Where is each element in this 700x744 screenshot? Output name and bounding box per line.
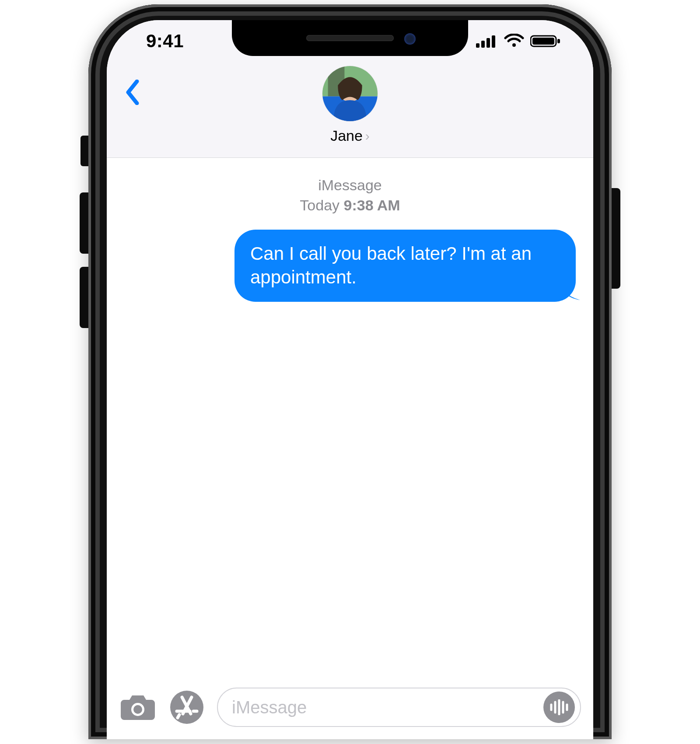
svg-rect-0 bbox=[476, 43, 480, 48]
svg-rect-6 bbox=[557, 39, 560, 43]
service-label: iMessage bbox=[124, 175, 576, 196]
screen: 9:41 bbox=[107, 20, 593, 739]
back-button[interactable] bbox=[119, 75, 145, 110]
cellular-icon bbox=[476, 35, 498, 48]
contact-avatar[interactable] bbox=[322, 66, 378, 121]
bubble-tail-icon bbox=[563, 283, 580, 300]
compose-bar bbox=[107, 677, 593, 739]
time-label: 9:38 AM bbox=[344, 197, 400, 213]
contact-name-label: Jane bbox=[330, 127, 363, 144]
battery-icon bbox=[530, 35, 561, 48]
mute-switch[interactable] bbox=[80, 136, 88, 166]
thread-timestamp: iMessage Today 9:38 AM bbox=[124, 175, 576, 216]
day-label: Today bbox=[300, 197, 343, 213]
svg-point-12 bbox=[133, 705, 142, 714]
svg-line-18 bbox=[178, 715, 179, 718]
front-sensor bbox=[404, 33, 416, 45]
chevron-left-icon bbox=[125, 80, 140, 105]
message-thread[interactable]: iMessage Today 9:38 AM Can I call you ba… bbox=[107, 158, 593, 302]
app-store-icon bbox=[169, 689, 205, 725]
app-store-button[interactable] bbox=[168, 688, 206, 726]
message-row: Can I call you back later? I'm at an app… bbox=[124, 230, 576, 302]
svg-rect-1 bbox=[481, 41, 485, 48]
conversation-header: Jane › bbox=[107, 62, 593, 158]
voice-message-button[interactable] bbox=[543, 692, 575, 723]
message-text: Can I call you back later? I'm at an app… bbox=[250, 243, 532, 288]
volume-up-button[interactable] bbox=[80, 192, 88, 254]
earpiece-speaker bbox=[306, 35, 394, 41]
notch bbox=[232, 20, 468, 56]
contact-name-button[interactable]: Jane › bbox=[330, 127, 370, 144]
svg-rect-5 bbox=[532, 38, 554, 45]
svg-rect-2 bbox=[486, 38, 490, 48]
message-input-container[interactable] bbox=[217, 688, 581, 727]
chevron-right-icon: › bbox=[365, 129, 370, 143]
wifi-icon bbox=[504, 34, 524, 49]
sent-message-bubble[interactable]: Can I call you back later? I'm at an app… bbox=[234, 230, 576, 302]
status-time: 9:41 bbox=[133, 31, 184, 52]
status-icons bbox=[476, 34, 567, 49]
side-button[interactable] bbox=[612, 188, 620, 289]
audio-waveform-icon bbox=[550, 699, 569, 715]
volume-down-button[interactable] bbox=[80, 267, 88, 328]
message-input[interactable] bbox=[232, 698, 543, 717]
camera-button[interactable] bbox=[119, 688, 157, 726]
camera-icon bbox=[121, 694, 155, 721]
phone-frame: 9:41 bbox=[88, 4, 612, 739]
svg-rect-3 bbox=[492, 35, 495, 48]
